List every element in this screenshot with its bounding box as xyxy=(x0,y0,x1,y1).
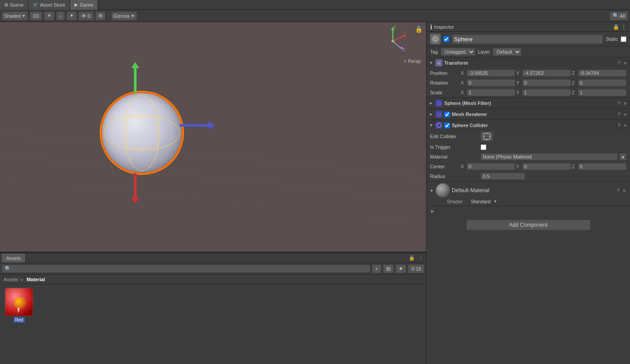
rotation-row: Rotation X Y Z xyxy=(427,78,630,88)
position-x-input[interactable] xyxy=(467,70,515,77)
transform-arrow-up xyxy=(134,66,137,93)
object-active-checkbox[interactable] xyxy=(443,36,449,42)
meshfilter-help-icon[interactable]: ? xyxy=(617,101,622,106)
static-checkbox[interactable] xyxy=(621,36,626,42)
position-y-input[interactable] xyxy=(522,70,571,77)
mesh-renderer-checkbox[interactable] xyxy=(444,112,450,117)
badge-count-btn[interactable]: ⊙ 16 xyxy=(408,264,424,273)
rotation-y-input[interactable] xyxy=(522,79,571,86)
scale-z-label: Z xyxy=(572,90,577,95)
position-z-field: Z xyxy=(572,70,626,77)
physic-material-picker[interactable]: ● xyxy=(619,153,626,160)
panel-lock-icon[interactable]: 🔒 xyxy=(408,255,415,262)
asset-item-red[interactable]: Red xyxy=(4,288,35,323)
grid-button[interactable]: ⊞ xyxy=(95,12,106,20)
inspector-body: Static Tag Untagged Layer Default ▼ ⊕ xyxy=(427,32,630,364)
center-xyz: X Y Z xyxy=(461,163,626,170)
audio-button[interactable]: ♪ xyxy=(56,12,65,20)
meshfilter-collapse-icon: ► xyxy=(429,101,434,105)
shaded-dropdown[interactable]: Shaded ▼ xyxy=(2,12,28,20)
eye-icon: 👁 xyxy=(82,13,86,19)
mesh-filter-section: ► ⬡ Sphere (Mesh Filter) ? ≡ xyxy=(427,98,630,109)
hidden-count: 0 xyxy=(87,13,90,19)
collider-settings-icon[interactable]: ≡ xyxy=(623,123,627,128)
rotation-z-input[interactable] xyxy=(578,79,626,86)
radius-input[interactable] xyxy=(481,173,525,180)
scale-x-field: X xyxy=(461,89,515,96)
rot-y-label: Y xyxy=(516,80,521,85)
tab-asset-store[interactable]: 🛒 Asset Store xyxy=(28,0,70,10)
add-component-button[interactable]: Add Component xyxy=(466,220,591,230)
collider-help-icon[interactable]: ? xyxy=(617,123,622,128)
assets-search-input[interactable] xyxy=(12,266,367,271)
sphere-mesh xyxy=(102,93,182,173)
asset-store-icon: 🛒 xyxy=(33,2,38,7)
center-z-input[interactable] xyxy=(578,163,626,170)
svg-point-4 xyxy=(104,115,180,151)
is-trigger-label: Is Trigger xyxy=(430,144,479,150)
sphere-collider-checkbox[interactable] xyxy=(444,123,450,128)
rotation-x-input[interactable] xyxy=(467,79,515,86)
position-z-input[interactable] xyxy=(578,70,626,77)
transform-section: ▼ ⊕ Transform ? ≡ Position X xyxy=(427,58,630,98)
object-name-input[interactable] xyxy=(452,35,603,44)
center-row: Center X Y Z xyxy=(427,162,630,171)
meshfilter-actions: ? ≡ xyxy=(617,101,627,106)
scale-x-input[interactable] xyxy=(467,89,515,96)
static-label: Static xyxy=(606,36,618,42)
material-settings-icon[interactable]: ≡ xyxy=(622,188,626,193)
fav-btn[interactable]: ★ xyxy=(395,264,406,273)
mesh-filter-header[interactable]: ► ⬡ Sphere (Mesh Filter) ? ≡ xyxy=(427,98,630,108)
transform-header[interactable]: ▼ ⊕ Transform ? ≡ xyxy=(427,58,630,68)
mesh-renderer-header[interactable]: ► ⬡ Mesh Renderer ? ≡ xyxy=(427,109,630,120)
effects-button[interactable]: ✦ xyxy=(67,12,77,20)
material-actions: ? ≡ xyxy=(616,188,626,193)
filter-btn[interactable]: ▤ xyxy=(383,264,394,273)
create-assets-btn[interactable]: + xyxy=(372,264,381,273)
edit-collider-row: Edit Collider xyxy=(427,131,630,142)
scale-y-input[interactable] xyxy=(522,89,571,96)
svg-rect-21 xyxy=(484,133,490,139)
center-y-input[interactable] xyxy=(522,163,571,170)
panel-more-icon[interactable]: ⋮ xyxy=(417,255,424,262)
scene-gizmo[interactable]: Y X Z xyxy=(377,26,408,57)
gizmos-dropdown[interactable]: Gizmos ▼ xyxy=(111,12,137,20)
search-btn[interactable]: 🔍 All xyxy=(610,12,628,20)
scene-lock-icon[interactable]: 🔒 xyxy=(415,26,423,33)
scene-sphere[interactable] xyxy=(98,89,186,177)
sphere-collider-header[interactable]: ▼ Sphere Collider ? ≡ xyxy=(427,120,630,131)
assets-search-field[interactable]: 🔍 xyxy=(2,265,370,273)
meshfilter-settings-icon[interactable]: ≡ xyxy=(623,101,627,106)
assets-tab-bar: Assets 🔒 ⋮ xyxy=(0,253,426,263)
center-x-input[interactable] xyxy=(467,163,515,170)
svg-rect-6 xyxy=(126,117,157,148)
layer-select[interactable]: Default xyxy=(493,48,521,56)
lighting-button[interactable]: ☀ xyxy=(44,12,55,20)
scale-y-label: Y xyxy=(516,90,521,95)
tab-game[interactable]: ▶ Game xyxy=(70,0,98,10)
assets-tab[interactable]: Assets xyxy=(2,254,26,263)
tab-scene[interactable]: ⊞ Scene xyxy=(0,0,28,10)
material-help-icon[interactable]: ? xyxy=(616,188,621,193)
meshrenderer-help-icon[interactable]: ? xyxy=(617,112,622,117)
tag-select[interactable]: Untagged xyxy=(441,48,475,56)
edit-collider-button[interactable] xyxy=(481,132,493,141)
game-icon: ▶ xyxy=(74,2,78,7)
2d-button[interactable]: 2D xyxy=(30,12,42,20)
svg-point-5 xyxy=(124,95,160,170)
expand-arrow[interactable]: ► xyxy=(430,208,435,214)
inspector-lock-icon[interactable]: 🔒 xyxy=(613,24,619,30)
hidden-layers-button[interactable]: 👁 0 xyxy=(78,12,93,20)
center-label: Center xyxy=(430,164,459,169)
is-trigger-checkbox[interactable] xyxy=(481,144,486,150)
inspector-more-icon[interactable]: ⋮ xyxy=(621,24,626,30)
meshrenderer-settings-icon[interactable]: ≡ xyxy=(623,112,627,117)
shader-value: Standard xyxy=(471,199,491,204)
transform-help-icon[interactable]: ? xyxy=(617,61,622,66)
breadcrumb-assets[interactable]: Assets xyxy=(4,277,18,282)
meshrenderer-actions: ? ≡ xyxy=(617,112,627,117)
scale-z-input[interactable] xyxy=(578,89,626,96)
center-y-field: Y xyxy=(516,163,571,170)
transform-settings-icon[interactable]: ≡ xyxy=(623,61,627,66)
scene-tab-icon: ⊞ xyxy=(4,2,8,7)
